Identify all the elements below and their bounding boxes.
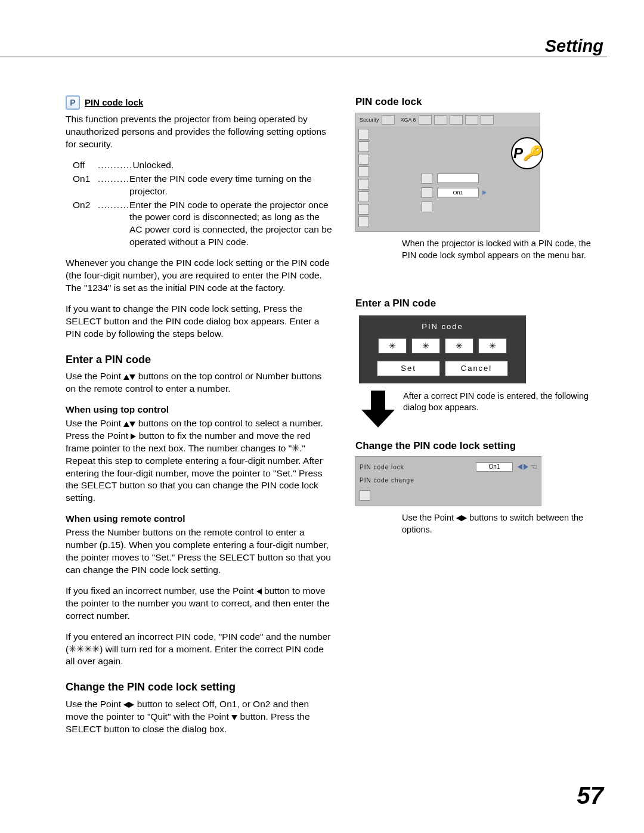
pointer-hand-icon: ☜ [531,462,537,472]
right-pin-heading: PIN code lock [355,95,603,109]
osd-chip-icon [434,115,447,125]
osd-chip-icon [465,115,478,125]
pin-change-note: Whenever you change the PIN code lock se… [66,257,334,295]
osd-chip-icon [481,115,494,125]
left-column: P PIN code lock This function prevents t… [66,95,334,744]
down-arrow-icon [361,391,395,429]
option-left-icon [518,464,522,470]
right-change-pin-heading: Change the PIN code lock setting [355,439,603,453]
quit-icon [422,202,432,212]
pin-digit-3[interactable]: ✳ [445,338,473,354]
change-pin-heading: Change the PIN code lock setting [66,680,334,694]
osd-side-icons [358,129,370,229]
pin-lock-icon: P [66,95,80,110]
pin-code-lock-header: P PIN code lock [66,95,334,110]
point-left-icon [456,515,462,521]
pin-select-note: If you want to change the PIN code lock … [66,303,334,340]
enter-pin-heading: Enter a PIN code [66,352,334,367]
osd-side-icon [358,191,369,202]
osd-title: Security [360,116,379,123]
pin-lock-note: When the projector is locked with a PIN … [402,238,603,261]
osd-side-icon [358,166,369,177]
wrong-pin-paragraph: If you entered an incorrect PIN code, "P… [66,631,334,668]
keylock-value [437,174,479,183]
osd-chip-icon [419,115,432,125]
osd-mode: XGA 6 [401,116,416,123]
intro-paragraph: This function prevents the projector fro… [66,113,334,151]
osd-chip-icon [382,115,395,125]
page-body: P PIN code lock This function prevents t… [66,95,603,744]
osd-side-icon [358,129,369,140]
header-rule [0,57,607,57]
pin-code-lock-value: On1 [476,462,513,472]
page-number: 57 [577,779,604,812]
remote-control-paragraph: Press the Number buttons on the remote c… [66,527,334,577]
osd-menu-bar: Security XGA 6 [356,113,540,126]
top-control-paragraph: Use the Point buttons on the top control… [66,417,334,504]
point-up-icon [123,422,129,427]
right-column: PIN code lock Security XGA 6 [355,95,603,744]
point-right-icon [129,702,134,708]
cancel-button[interactable]: Cancel [445,361,508,376]
pin-digit-2[interactable]: ✳ [411,338,440,354]
point-right-icon [462,515,467,521]
set-button[interactable]: Set [377,361,440,376]
point-up-icon [123,374,129,380]
option-list: Off ........... Unlocked. On1 ..........… [66,159,334,249]
quit-icon[interactable] [360,490,370,501]
osd-side-icon [358,179,369,190]
switch-options-note: Use the Point buttons to switch between … [402,512,603,535]
pin-digit-4[interactable]: ✳ [478,338,507,354]
osd-side-icon [358,154,369,165]
selection-pointer-icon [482,190,487,195]
pin-dialog-title: PIN code [359,321,526,332]
option-off: Off ........... Unlocked. [66,159,334,172]
osd-side-icon [358,216,369,227]
keylock-icon [422,173,432,184]
pin-lock-badge-icon: P🔑 [511,137,543,169]
point-down-icon [129,374,135,380]
pin-code-lock-label: PIN code lock [85,97,143,109]
section-title: Setting [545,35,603,58]
osd-security-menu: Security XGA 6 [355,113,540,232]
osd-keylock-rows: On1 [422,173,505,216]
osd-side-icon [358,141,369,152]
pin-code-dialog: PIN code ✳ ✳ ✳ ✳ Set Cancel [359,315,526,383]
point-left-icon [256,589,262,594]
option-right-icon [524,464,528,470]
top-control-heading: When using top control [66,404,334,416]
osd-pin-lock-dialog: PIN code lock On1 ☜ PIN code change [355,456,541,506]
point-down-icon [129,422,135,427]
right-enter-pin-heading: Enter a PIN code [355,297,603,311]
pinlock-value: On1 [437,188,479,197]
osd-side-icon [358,204,369,215]
pinlock-icon [422,187,432,198]
point-left-icon [123,702,129,708]
pin-digit-1[interactable]: ✳ [378,338,407,354]
point-down-icon [231,715,237,720]
change-pin-paragraph: Use the Point button to select Off, On1,… [66,698,334,736]
fix-number-paragraph: If you fixed an incorrect number, use th… [66,585,334,623]
enter-pin-paragraph: Use the Point buttons on the top control… [66,370,334,395]
option-on2: On2 .......... Enter the PIN code to ope… [66,199,334,249]
pin-code-change-row[interactable]: PIN code change [360,473,537,487]
arrow-note-block: After a correct PIN code is entered, the… [361,391,603,429]
arrow-note-text: After a correct PIN code is entered, the… [403,391,603,414]
pin-code-lock-row[interactable]: PIN code lock On1 ☜ [360,460,537,473]
osd-chip-icon [450,115,463,125]
option-on1: On1 .......... Enter the PIN code every … [66,173,334,198]
remote-control-heading: When using remote control [66,513,334,525]
